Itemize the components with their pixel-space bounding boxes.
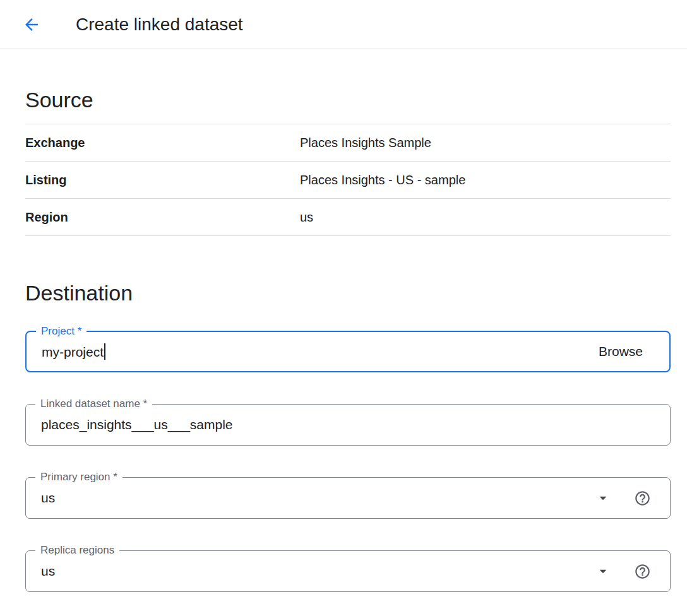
source-section-heading: Source: [25, 87, 671, 124]
replica-regions-select[interactable]: us: [41, 564, 595, 579]
project-field-label: Project *: [36, 325, 87, 338]
dropdown-caret-icon[interactable]: [595, 563, 611, 579]
main-content: Source Exchange Places Insights Sample L…: [0, 87, 687, 592]
row-value-region: us: [300, 210, 313, 225]
browse-button[interactable]: Browse: [599, 344, 650, 359]
dropdown-caret-icon[interactable]: [595, 490, 611, 506]
page-header: Create linked dataset: [0, 0, 687, 49]
project-input-value: my-project: [42, 345, 104, 359]
back-arrow-icon: [22, 15, 41, 34]
help-icon[interactable]: [634, 563, 651, 580]
source-table: Exchange Places Insights Sample Listing …: [25, 124, 671, 236]
table-row: Exchange Places Insights Sample: [25, 124, 671, 162]
destination-section-heading: Destination: [25, 280, 671, 305]
row-value-listing: Places Insights - US - sample: [300, 173, 465, 187]
replica-regions-field[interactable]: Replica regions us: [25, 550, 671, 592]
row-label-listing: Listing: [25, 173, 300, 187]
text-cursor: [104, 343, 105, 360]
row-label-exchange: Exchange: [25, 136, 300, 150]
primary-region-label: Primary region *: [35, 471, 122, 483]
page-title: Create linked dataset: [76, 15, 243, 35]
linked-dataset-name-label: Linked dataset name *: [35, 398, 152, 410]
replica-regions-label: Replica regions: [35, 544, 119, 557]
row-label-region: Region: [25, 210, 300, 225]
project-input[interactable]: my-project: [42, 343, 599, 360]
help-icon[interactable]: [634, 490, 651, 507]
linked-dataset-name-input[interactable]: places_insights___us___sample: [41, 417, 651, 432]
primary-region-select[interactable]: us: [41, 490, 595, 506]
back-button[interactable]: [22, 15, 41, 34]
table-row: Region us: [25, 199, 671, 236]
project-field[interactable]: Project * my-project Browse: [25, 331, 671, 372]
linked-dataset-name-field[interactable]: Linked dataset name * places_insights___…: [25, 404, 671, 446]
table-row: Listing Places Insights - US - sample: [25, 162, 671, 199]
primary-region-field[interactable]: Primary region * us: [25, 477, 671, 519]
row-value-exchange: Places Insights Sample: [300, 136, 431, 150]
create-linked-dataset-page: Create linked dataset Source Exchange Pl…: [0, 0, 687, 616]
